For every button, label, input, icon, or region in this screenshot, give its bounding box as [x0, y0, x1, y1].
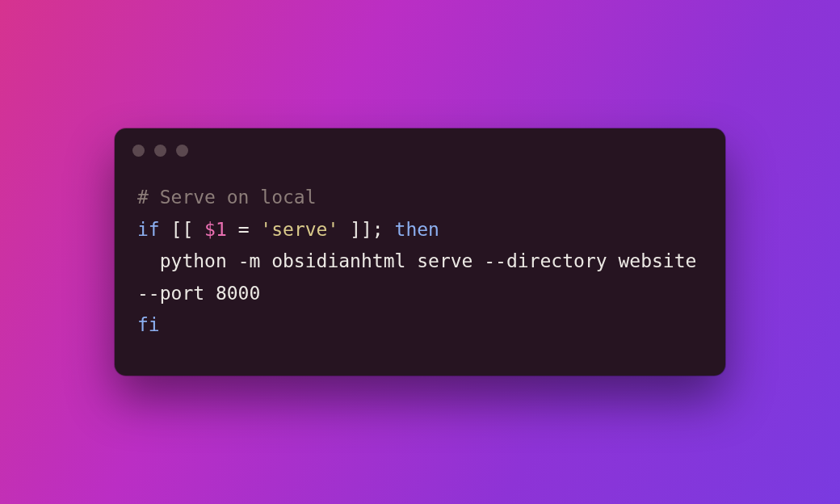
code-token-default: python -m obsidianhtml serve --directory…: [137, 250, 708, 304]
code-line: python -m obsidianhtml serve --directory…: [137, 246, 703, 309]
code-line: if [[ $1 = 'serve' ]]; then: [137, 214, 703, 246]
code-token-keyword: fi: [137, 314, 160, 335]
code-token-var: $1: [204, 219, 227, 240]
code-token-default: ]];: [338, 219, 394, 240]
terminal-window: # Serve on localif [[ $1 = 'serve' ]]; t…: [115, 128, 725, 376]
code-token-keyword: then: [395, 219, 439, 240]
code-block: # Serve on localif [[ $1 = 'serve' ]]; t…: [115, 172, 725, 376]
close-icon[interactable]: [132, 145, 145, 157]
titlebar: [115, 128, 725, 172]
zoom-icon[interactable]: [176, 145, 188, 157]
code-token-default: [[: [160, 219, 204, 240]
code-token-default: =: [227, 219, 261, 240]
code-token-string: 'serve': [260, 219, 338, 240]
code-token-comment: # Serve on local: [137, 187, 317, 208]
minimize-icon[interactable]: [154, 145, 166, 157]
code-line: fi: [137, 309, 703, 342]
code-line: # Serve on local: [137, 182, 703, 214]
code-token-keyword: if: [137, 219, 160, 240]
